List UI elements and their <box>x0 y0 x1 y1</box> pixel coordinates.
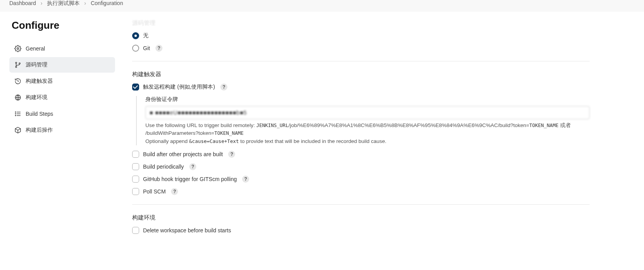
scm-none-label: 无 <box>143 32 148 39</box>
help-icon[interactable]: ? <box>155 45 162 52</box>
svg-point-9 <box>15 113 16 114</box>
trigger-remote-checkbox[interactable] <box>132 84 139 91</box>
breadcrumb-configuration[interactable]: Configuration <box>91 0 123 6</box>
divider <box>132 61 590 61</box>
trigger-periodic-label: Build periodically <box>143 164 184 170</box>
trigger-periodic-checkbox[interactable] <box>132 163 139 170</box>
globe-icon <box>14 94 22 101</box>
help-icon[interactable]: ? <box>220 84 227 91</box>
list-steps-icon <box>14 110 22 118</box>
main-content: 源码管理 无 Git ? 构建触发器 触发远程构建 (例如,使用脚本) ? 身份… <box>124 19 644 255</box>
help-icon[interactable]: ? <box>171 188 178 195</box>
env-delete-workspace-label: Delete workspace before build starts <box>143 227 231 233</box>
auth-token-input[interactable] <box>145 106 590 119</box>
svg-point-3 <box>19 63 20 64</box>
sidebar-item-general[interactable]: General <box>9 41 115 56</box>
breadcrumb: Dashboard › 执行测试脚本 › Configuration <box>0 0 644 12</box>
svg-point-1 <box>16 62 17 63</box>
help-icon[interactable]: ? <box>189 163 196 170</box>
sidebar-item-label: 构建环境 <box>26 94 47 101</box>
svg-point-0 <box>17 48 19 50</box>
scm-git-label: Git <box>143 45 150 51</box>
sidebar-item-label: General <box>26 45 45 52</box>
trigger-poll-scm-label: Poll SCM <box>143 188 166 195</box>
git-branch-icon <box>14 61 22 69</box>
scm-none-radio[interactable] <box>132 32 139 39</box>
token-help-text: Use the following URL to trigger build r… <box>145 122 590 145</box>
trigger-build-after-checkbox[interactable] <box>132 151 139 158</box>
svg-point-2 <box>16 66 17 68</box>
page-title: Configure <box>9 19 115 31</box>
scm-git-radio[interactable] <box>132 45 139 52</box>
breadcrumb-dashboard[interactable]: Dashboard <box>9 0 36 6</box>
sidebar-item-environment[interactable]: 构建环境 <box>9 90 115 105</box>
env-section-title: 构建环境 <box>132 214 590 221</box>
trigger-github-hook-label: GitHub hook trigger for GITScm polling <box>143 176 237 182</box>
help-icon[interactable]: ? <box>242 176 249 183</box>
env-delete-workspace-checkbox[interactable] <box>132 227 139 234</box>
sidebar-item-build-steps[interactable]: Build Steps <box>9 106 115 122</box>
trigger-poll-scm-checkbox[interactable] <box>132 188 139 195</box>
breadcrumb-job[interactable]: 执行测试脚本 <box>47 0 80 6</box>
trigger-remote-label: 触发远程构建 (例如,使用脚本) <box>143 84 215 91</box>
sidebar-item-post-build[interactable]: 构建后操作 <box>9 122 115 138</box>
sidebar-item-scm[interactable]: 源码管理 <box>9 57 115 73</box>
svg-point-10 <box>15 115 16 116</box>
auth-token-label: 身份验证令牌 <box>145 96 590 103</box>
sidebar-item-label: Build Steps <box>26 111 53 117</box>
clock-history-icon <box>14 77 22 85</box>
divider <box>132 204 590 205</box>
chevron-right-icon: › <box>40 0 42 6</box>
trigger-build-after-label: Build after other projects are built <box>143 151 223 157</box>
chevron-right-icon: › <box>84 0 86 6</box>
sidebar-item-label: 源码管理 <box>26 61 47 68</box>
svg-point-8 <box>15 112 16 113</box>
gear-icon <box>14 45 22 52</box>
package-icon <box>14 126 22 134</box>
sidebar: Configure General 源码管理 构建触发器 构建环境 <box>0 19 124 255</box>
scm-section-title-faded: 源码管理 <box>132 19 590 27</box>
help-icon[interactable]: ? <box>228 151 235 158</box>
triggers-section-title: 构建触发器 <box>132 71 590 78</box>
sidebar-item-label: 构建触发器 <box>26 78 53 85</box>
sidebar-item-triggers[interactable]: 构建触发器 <box>9 73 115 89</box>
sidebar-item-label: 构建后操作 <box>26 127 53 134</box>
trigger-github-hook-checkbox[interactable] <box>132 176 139 183</box>
